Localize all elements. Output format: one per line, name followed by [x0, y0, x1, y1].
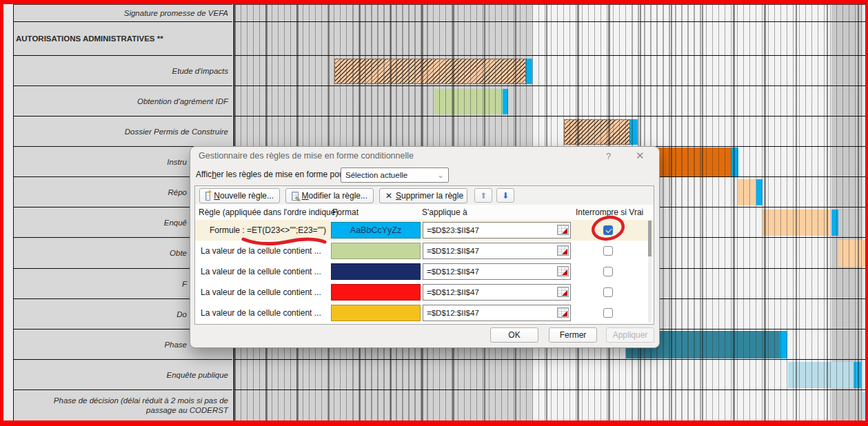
- pencil-icon: ✎: [294, 196, 301, 203]
- new-rule-label: Nouvelle règle...: [214, 191, 274, 201]
- applies-to-value: =$D$23:$II$47: [423, 226, 479, 234]
- delete-rule-button[interactable]: ✕ Supprimer la règle: [379, 188, 467, 203]
- rule-row[interactable]: La valeur de la cellule contient ... =$D…: [195, 303, 654, 323]
- move-rule-up-button[interactable]: ⬆: [474, 188, 492, 203]
- task-label-cell[interactable]: Enquête publique: [14, 360, 232, 390]
- edit-rule-button[interactable]: ✎ Modifier la règle...: [285, 188, 374, 203]
- task-label-text: Dossier Permis de Construire: [125, 127, 228, 136]
- rule-description: La valeur de la cellule contient ...: [201, 287, 321, 297]
- scope-dropdown-value: Sélection actuelle: [345, 171, 407, 179]
- rule-row[interactable]: La valeur de la cellule contient ... =$D…: [195, 241, 654, 261]
- move-rule-down-button[interactable]: ⬇: [496, 188, 514, 203]
- bar-enquete-publique: [788, 362, 854, 388]
- rule-description: La valeur de la cellule contient ...: [201, 308, 321, 318]
- format-preview-swatch: [331, 305, 421, 321]
- frame-border-right: [865, 0, 868, 426]
- task-label-cell[interactable]: AUTORISATIONS ADMINISTRATIVES **: [14, 22, 232, 56]
- task-label-text: Obtention d'agrément IDF: [137, 97, 228, 106]
- scope-dropdown[interactable]: Sélection actuelle ⌄: [341, 168, 449, 183]
- rule-description: La valeur de la cellule contient ...: [201, 267, 321, 276]
- applies-to-input[interactable]: =$D$12:$II$47: [423, 305, 571, 321]
- screenshot-page: Signature promesse de VEFAAUTORISATIONS …: [0, 0, 868, 426]
- chevron-down-icon: ⌄: [437, 172, 444, 179]
- bar-etude-impacts: [334, 59, 526, 84]
- task-label-cell[interactable]: Dossier Permis de Construire: [14, 116, 232, 147]
- up-arrow-icon: ⬆: [480, 191, 487, 201]
- stop-if-true-checkbox[interactable]: [603, 308, 613, 318]
- stop-if-true-checkbox[interactable]: [603, 287, 613, 297]
- task-label-text: Etude d'impacts: [172, 66, 228, 76]
- stop-if-true-checkbox[interactable]: [603, 246, 613, 256]
- bar-permis-construire: [564, 119, 630, 145]
- marker-agrement-idf: [503, 89, 508, 114]
- down-arrow-icon: ⬇: [502, 191, 509, 201]
- rules-list: Formule : =ET(D23<>"";E23="") AaBbCcYyZz…: [195, 220, 654, 323]
- applies-to-value: =$D$12:$II$47: [423, 247, 479, 255]
- applies-to-input[interactable]: =$D$23:$II$47: [423, 222, 571, 239]
- applies-to-input[interactable]: =$D$12:$II$47: [423, 284, 571, 301]
- range-picker-icon[interactable]: [557, 307, 569, 318]
- format-preview-swatch: [331, 284, 421, 301]
- marker-etude-impacts: [526, 59, 532, 84]
- range-picker-icon[interactable]: [557, 225, 569, 235]
- edit-rule-label: Modifier la règle...: [302, 191, 367, 201]
- rules-list-scrollbar[interactable]: [648, 221, 652, 323]
- delete-rule-label: Supprimer la règle: [396, 191, 463, 201]
- delete-x-icon: ✕: [385, 191, 392, 201]
- cf-rules-manager-dialog: Gestionnaire des règles de mise en forme…: [190, 146, 660, 348]
- format-preview-swatch: [331, 243, 421, 259]
- range-picker-icon[interactable]: [557, 245, 569, 256]
- column-stop-if-true: Interrompre si Vrai: [576, 207, 643, 217]
- task-label-text: Signature promesse de VEFA: [124, 8, 228, 18]
- star-icon: ✦: [207, 189, 212, 196]
- task-label-text: Enquête publique: [166, 370, 228, 380]
- range-picker-icon[interactable]: [557, 287, 569, 297]
- task-label-text: Phase de décision (délai réduit à 2 mois…: [33, 396, 228, 415]
- rule-row[interactable]: Formule : =ET(D23<>"";E23="") AaBbCcYyZz…: [195, 220, 654, 241]
- column-format: Format: [332, 207, 359, 217]
- stop-if-true-checkbox[interactable]: [603, 225, 613, 235]
- ok-button[interactable]: OK: [490, 327, 538, 343]
- marker-enquete-publique: [854, 362, 861, 388]
- frame-border-bottom: [0, 420, 868, 426]
- applies-to-input[interactable]: =$D$12:$II$47: [423, 263, 571, 280]
- marker-instruction: [731, 148, 738, 177]
- task-label-cell[interactable]: Obtention d'agrément IDF: [14, 86, 232, 116]
- stop-if-true-checkbox[interactable]: [603, 267, 613, 276]
- bar-reponse: [738, 179, 756, 205]
- show-rules-for-label: Afficher les règles de mise en forme pou…: [196, 170, 351, 179]
- format-preview-swatch: AaBbCcYyZz: [331, 222, 421, 239]
- new-rule-button[interactable]: ✦ Nouvelle règle...: [199, 188, 280, 203]
- applies-to-value: =$D$12:$II$47: [423, 288, 479, 296]
- close-icon[interactable]: ✕: [636, 150, 645, 162]
- column-applies-to: S'applique à: [422, 207, 467, 217]
- task-label-text: Obte: [170, 248, 187, 258]
- task-label-cell[interactable]: Etude d'impacts: [14, 56, 232, 86]
- applies-to-value: =$D$12:$II$47: [423, 267, 479, 276]
- dialog-title: Gestionnaire des règles de mise en forme…: [199, 151, 414, 161]
- rule-row[interactable]: La valeur de la cellule contient ... =$D…: [195, 261, 654, 282]
- close-button[interactable]: Fermer: [549, 327, 597, 343]
- rule-description: La valeur de la cellule contient ...: [201, 246, 321, 256]
- rules-list-header: Règle (appliquée dans l'ordre indiqué) F…: [195, 205, 654, 220]
- format-preview-swatch: [331, 263, 421, 280]
- rules-listbox: ✦ Nouvelle règle... ✎ Modifier la règle.…: [194, 185, 654, 325]
- scrollbar-thumb[interactable]: [648, 221, 652, 256]
- help-icon[interactable]: ?: [606, 151, 611, 161]
- task-label-cell[interactable]: Signature promesse de VEFA: [14, 5, 232, 22]
- task-label-text: Enquê: [164, 218, 187, 227]
- marker-phase: [780, 331, 787, 358]
- edit-rule-icon: ✎: [292, 192, 299, 201]
- rule-row[interactable]: La valeur de la cellule contient ... =$D…: [195, 282, 654, 303]
- applies-to-input[interactable]: =$D$12:$II$47: [423, 243, 571, 259]
- rule-description: Formule : =ET(D23<>"";E23=""): [210, 225, 326, 235]
- bar-phase-decision: [862, 392, 865, 419]
- range-picker-icon[interactable]: [557, 266, 569, 276]
- task-label-cell[interactable]: Phase de décision (délai réduit à 2 mois…: [14, 390, 232, 421]
- task-label-text: Instru: [167, 157, 187, 167]
- apply-button[interactable]: Appliquer: [606, 327, 654, 343]
- bar-obtention-2: [838, 240, 865, 267]
- rules-toolbar: ✦ Nouvelle règle... ✎ Modifier la règle.…: [195, 186, 654, 205]
- task-label-text: Phase: [164, 340, 187, 349]
- marker-permis-construire: [630, 119, 638, 145]
